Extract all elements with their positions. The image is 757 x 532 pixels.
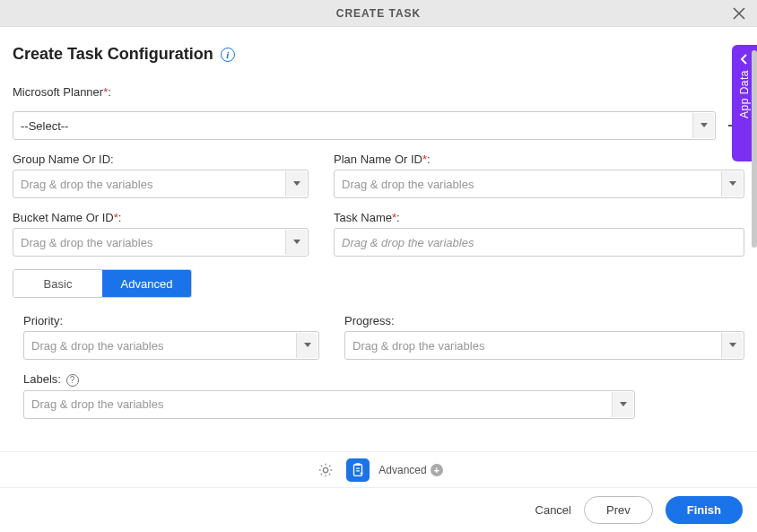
planner-select[interactable]: --Select-- <box>13 111 716 140</box>
modal-title: CREATE TASK <box>336 7 422 20</box>
cancel-button[interactable]: Cancel <box>535 503 571 517</box>
close-icon <box>733 7 745 20</box>
tab-group: Basic Advanced <box>13 269 192 298</box>
tab-advanced[interactable]: Advanced <box>102 270 191 297</box>
task-name-input[interactable]: Drag & drop the variables <box>334 228 744 257</box>
progress-select[interactable]: Drag & drop the variables <box>344 331 744 360</box>
page-title: Create Task Configuration <box>13 45 213 64</box>
chevron-down-icon <box>692 113 714 138</box>
bucket-select[interactable]: Drag & drop the variables <box>13 228 309 257</box>
gear-icon <box>318 462 334 478</box>
advanced-toggle[interactable]: Advanced + <box>378 464 442 476</box>
group-label: Group Name Or ID: <box>13 153 309 166</box>
chevron-down-icon <box>296 333 318 358</box>
chevron-left-icon <box>739 54 750 65</box>
chevron-down-icon <box>285 171 307 196</box>
plus-circle-icon: + <box>431 464 443 476</box>
chevron-down-icon <box>721 333 743 358</box>
task-label: Task Name*: <box>334 211 744 224</box>
chevron-down-icon <box>612 392 633 417</box>
plan-select[interactable]: Drag & drop the variables <box>334 170 744 198</box>
bottom-toolbar: Advanced + <box>0 451 757 487</box>
planner-label: Microsoft Planner*: <box>13 85 744 99</box>
modal-header: CREATE TASK <box>0 0 757 27</box>
info-icon[interactable]: i <box>221 48 235 62</box>
template-button[interactable] <box>346 458 370 482</box>
bucket-label: Bucket Name Or ID*: <box>13 211 309 224</box>
prev-button[interactable]: Prev <box>584 496 653 524</box>
finish-button[interactable]: Finish <box>666 496 743 524</box>
chevron-down-icon <box>285 230 307 255</box>
labels-label: Labels: ? <box>23 372 744 387</box>
plan-label: Plan Name Or ID*: <box>334 153 744 166</box>
scrollbar[interactable] <box>752 50 757 248</box>
close-button[interactable] <box>730 4 748 22</box>
content-area: Create Task Configuration i Microsoft Pl… <box>0 27 757 453</box>
side-tab-label: App Data <box>738 70 751 118</box>
progress-label: Progress: <box>344 314 744 327</box>
svg-point-0 <box>324 467 328 472</box>
labels-select[interactable]: Drag & drop the variables <box>23 390 635 419</box>
svg-rect-2 <box>356 463 361 466</box>
clipboard-icon <box>350 462 366 478</box>
priority-select[interactable]: Drag & drop the variables <box>23 331 319 360</box>
tab-basic[interactable]: Basic <box>13 270 102 297</box>
footer: Cancel Prev Finish <box>0 487 757 532</box>
settings-button[interactable] <box>314 458 337 482</box>
help-icon[interactable]: ? <box>66 374 79 387</box>
svg-rect-1 <box>354 464 362 475</box>
priority-label: Priority: <box>23 314 319 327</box>
chevron-down-icon <box>721 171 743 196</box>
group-select[interactable]: Drag & drop the variables <box>13 170 309 198</box>
